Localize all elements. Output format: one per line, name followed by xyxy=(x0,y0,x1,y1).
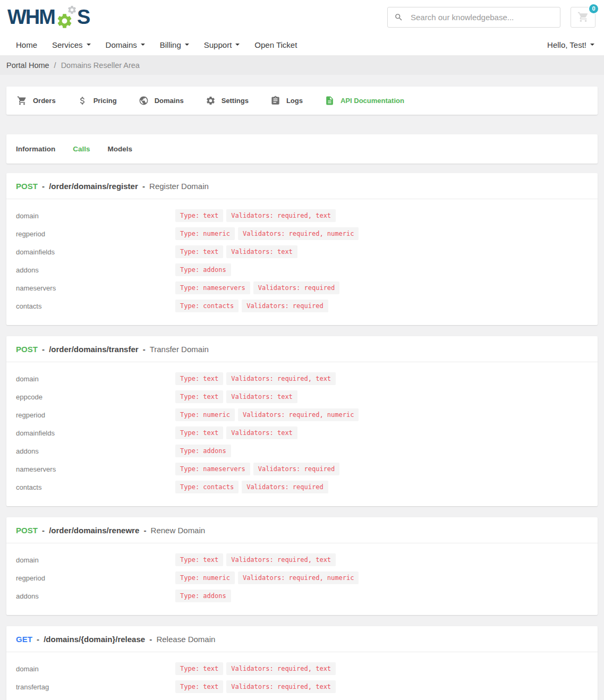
endpoint-title: Renew Domain xyxy=(151,526,206,535)
breadcrumb-separator: / xyxy=(54,61,56,70)
sub-tab-bar: Information Calls Models xyxy=(6,134,598,164)
endpoint-header: POST - /order/domains/transfer - Transfe… xyxy=(6,336,598,362)
nav-item-label: Billing xyxy=(160,40,181,49)
param-badges: Type: nameservers Validators: required xyxy=(175,463,339,475)
logo-gears-icon xyxy=(54,4,79,30)
param-badges: Type: contacts Validators: required xyxy=(175,300,328,312)
user-menu[interactable]: Hello, Test! xyxy=(547,40,594,49)
param-row: domain Type: text Validators: required, … xyxy=(16,372,588,385)
param-badge: Type: text xyxy=(175,245,223,258)
endpoint-header: GET - /domains/{domain}/release - Releas… xyxy=(6,626,598,652)
module-tab-label: Domains xyxy=(155,97,184,105)
nav-item[interactable]: Billing xyxy=(160,40,189,49)
module-tab[interactable]: Settings xyxy=(206,96,249,106)
param-row: nameservers Type: nameservers Validators… xyxy=(16,463,588,475)
nav-item[interactable]: Open Ticket xyxy=(254,40,297,49)
param-badges: Type: text Validators: required, text xyxy=(175,209,336,222)
breadcrumb-home-link[interactable]: Portal Home xyxy=(6,61,49,70)
endpoint-params: domain Type: text Validators: required, … xyxy=(6,362,598,506)
param-badges: Type: contacts Validators: required xyxy=(175,481,328,493)
param-badges: Type: text Validators: required, text xyxy=(175,553,336,566)
nav-item-label: Home xyxy=(16,40,37,49)
nav-item[interactable]: Support xyxy=(204,40,240,49)
param-row: domainfields Type: text Validators: text xyxy=(16,426,588,439)
module-tab[interactable]: Domains xyxy=(139,96,184,106)
endpoint-params: domain Type: text Validators: required, … xyxy=(6,652,598,700)
endpoint-params: domain Type: text Validators: required, … xyxy=(6,199,598,325)
module-tab[interactable]: Pricing xyxy=(78,96,117,106)
nav-item-label: Open Ticket xyxy=(254,40,297,49)
param-badges: Type: numeric Validators: required, nume… xyxy=(175,408,359,421)
param-badge: Type: contacts xyxy=(175,300,239,312)
param-badges: Type: nameservers Validators: required xyxy=(175,281,339,294)
param-row: domain Type: text Validators: required, … xyxy=(16,553,588,566)
nav-item-label: Domains xyxy=(106,40,137,49)
param-badges: Type: addons xyxy=(175,445,231,457)
knowledgebase-search xyxy=(387,7,560,28)
param-row: domain Type: text Validators: required, … xyxy=(16,662,588,675)
endpoint-method: POST xyxy=(16,345,38,354)
cart-count-badge: 0 xyxy=(588,3,599,14)
module-tab-label: API Documentation xyxy=(341,97,404,105)
breadcrumb-current: Domains Reseller Area xyxy=(61,61,140,70)
cart-button[interactable]: 0 xyxy=(571,7,596,28)
param-row: addons Type: addons xyxy=(16,445,588,457)
user-menu-label: Hello, Test! xyxy=(547,40,586,49)
endpoint-card: GET - /domains/{domain}/release - Releas… xyxy=(6,626,598,700)
param-name: domain xyxy=(16,665,175,673)
param-badge: Type: numeric xyxy=(175,227,235,240)
param-row: regperiod Type: numeric Validators: requ… xyxy=(16,227,588,240)
nav-item[interactable]: Home xyxy=(16,40,37,49)
nav-item-label: Services xyxy=(52,40,83,49)
param-badge: Validators: required xyxy=(253,463,340,475)
param-row: eppcode Type: text Validators: text xyxy=(16,390,588,403)
param-row: addons Type: addons xyxy=(16,263,588,276)
param-badge: Validators: text xyxy=(226,426,297,439)
sub-tab[interactable]: Information xyxy=(16,145,55,153)
sub-tab[interactable]: Calls xyxy=(73,145,90,153)
endpoint-title: Release Domain xyxy=(156,635,215,644)
nav-item[interactable]: Services xyxy=(52,40,91,49)
whmcs-logo[interactable]: WHM S xyxy=(7,5,89,29)
module-tab[interactable]: Orders xyxy=(17,96,56,106)
param-name: addons xyxy=(16,592,175,600)
endpoint-card: POST - /order/domains/renewre - Renew Do… xyxy=(6,517,598,615)
param-name: eppcode xyxy=(16,393,175,401)
top-header: WHM S 0 xyxy=(0,0,604,34)
param-row: domainfields Type: text Validators: text xyxy=(16,245,588,258)
endpoint-separator: - xyxy=(42,182,45,191)
param-badge: Type: text xyxy=(175,426,223,439)
endpoint-method: POST xyxy=(16,526,38,535)
chevron-down-icon xyxy=(87,44,91,46)
param-badge: Validators: required, numeric xyxy=(238,571,359,584)
param-name: regperiod xyxy=(16,230,175,238)
param-badge: Type: text xyxy=(175,553,223,566)
endpoint-separator: - xyxy=(37,635,39,644)
endpoint-card: POST - /order/domains/transfer - Transfe… xyxy=(6,336,598,506)
param-badge: Type: numeric xyxy=(175,408,235,421)
param-row: regperiod Type: numeric Validators: requ… xyxy=(16,408,588,421)
gear-icon xyxy=(206,96,216,106)
endpoint-separator: - xyxy=(143,345,146,354)
content-container: Orders Pricing Domains Settings Logs xyxy=(0,75,604,700)
endpoint-method: POST xyxy=(16,182,38,191)
param-row: transfertag Type: text Validators: requi… xyxy=(16,680,588,693)
endpoint-list: POST - /order/domains/register - Registe… xyxy=(6,173,598,700)
module-tab[interactable]: API Documentation xyxy=(325,96,404,106)
param-badges: Type: text Validators: required, text xyxy=(175,662,336,675)
module-tab[interactable]: Logs xyxy=(270,96,303,106)
nav-item[interactable]: Domains xyxy=(106,40,145,49)
param-name: transfertag xyxy=(16,683,175,691)
param-name: domainfields xyxy=(16,248,175,256)
endpoint-path: /order/domains/renewre xyxy=(49,526,139,535)
nav-items: Home Services Domains Billing Support xyxy=(16,40,312,49)
param-badge: Validators: required, text xyxy=(226,553,336,566)
endpoint-card: POST - /order/domains/register - Registe… xyxy=(6,173,598,325)
param-badges: Type: addons xyxy=(175,263,231,276)
search-input[interactable] xyxy=(410,12,554,22)
dollar-icon xyxy=(78,96,88,106)
param-row: regperiod Type: numeric Validators: requ… xyxy=(16,571,588,584)
sub-tab[interactable]: Models xyxy=(108,145,133,153)
endpoint-method: GET xyxy=(16,635,32,644)
param-badge: Type: addons xyxy=(175,590,231,602)
